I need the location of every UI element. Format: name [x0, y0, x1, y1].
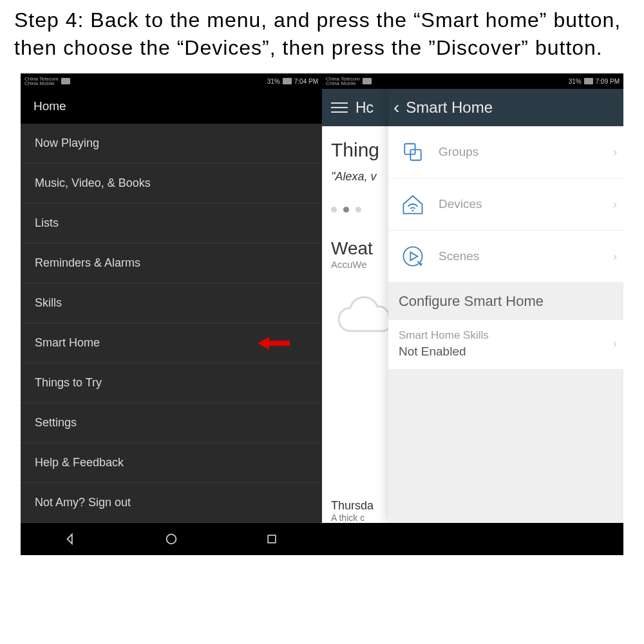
chevron-right-icon: › [613, 250, 617, 263]
status-time: 7:04 PM [294, 78, 318, 85]
menu-item-mvb[interactable]: Music, Video, & Books [21, 164, 322, 204]
menu-header[interactable]: Home [21, 89, 322, 124]
menu-list: Now Playing Music, Video, & Books Lists … [21, 124, 322, 523]
skills-label: Smart Home Skills [399, 329, 613, 342]
row-smart-home-skills[interactable]: Smart Home Skills Not Enabled › [388, 320, 623, 369]
battery-percent: 31% [569, 78, 582, 85]
groups-icon [399, 138, 427, 166]
appbar-title-partial: Hc [355, 99, 374, 117]
phone-right: China Telecom China Mobile 31% 7:09 PM H… [322, 73, 623, 555]
panel-header: ‹ Smart Home [388, 89, 623, 126]
chevron-right-icon: › [613, 198, 617, 211]
back-chevron-icon[interactable]: ‹ [393, 99, 399, 117]
svg-rect-3 [404, 144, 415, 155]
hamburger-icon[interactable] [331, 102, 348, 113]
screenshots-container: China Telecom China Mobile 31% 7:04 PM H… [21, 73, 623, 555]
battery-percent: 31% [267, 78, 280, 85]
menu-item-things-to-try[interactable]: Things to Try [21, 363, 322, 403]
thursday-sub: A thick c [331, 513, 374, 523]
menu-item-skills[interactable]: Skills [21, 283, 322, 323]
menu-item-help[interactable]: Help & Feedback [21, 443, 322, 483]
row-label: Devices [439, 197, 482, 211]
scenes-icon [399, 242, 427, 270]
status-icon [363, 78, 372, 84]
svg-rect-2 [268, 536, 276, 544]
row-devices[interactable]: Devices › [388, 178, 623, 231]
devices-icon [399, 190, 427, 218]
battery-icon [584, 78, 593, 84]
carrier-bot: China Mobile [326, 81, 360, 86]
menu-item-smart-home[interactable]: Smart Home [21, 323, 322, 363]
svg-point-5 [412, 210, 414, 212]
phone-left: China Telecom China Mobile 31% 7:04 PM H… [21, 73, 322, 555]
chevron-right-icon: › [613, 146, 617, 159]
menu-item-lists[interactable]: Lists [21, 204, 322, 243]
menu-item-now-playing[interactable]: Now Playing [21, 124, 322, 164]
red-arrow-icon [258, 336, 290, 351]
instruction-text: Step 4: Back to the menu, and press the … [0, 0, 644, 73]
battery-icon [283, 78, 292, 84]
row-label: Scenes [439, 249, 479, 263]
thursday-label: Thursda [331, 499, 374, 513]
carrier-bot: China Mobile [24, 81, 59, 86]
menu-item-settings[interactable]: Settings [21, 403, 322, 443]
chevron-right-icon: › [613, 337, 617, 350]
right-body: Hc Thing "Alexa, v Weat AccuWe [322, 89, 623, 523]
configure-section-title: Configure Smart Home [388, 283, 623, 320]
status-icon [61, 78, 70, 84]
skills-value: Not Enabled [399, 345, 613, 359]
status-time: 7:09 PM [596, 78, 620, 85]
svg-marker-0 [258, 337, 290, 350]
nav-drawer: Home Now Playing Music, Video, & Books L… [21, 89, 322, 523]
nav-recent-icon[interactable] [264, 531, 279, 547]
nav-back-icon[interactable] [63, 531, 79, 547]
row-groups[interactable]: Groups › [388, 126, 623, 178]
svg-point-1 [167, 535, 176, 544]
menu-item-label: Smart Home [35, 336, 100, 349]
row-label: Groups [439, 145, 478, 159]
status-bar: China Telecom China Mobile 31% 7:09 PM [322, 73, 623, 89]
row-scenes[interactable]: Scenes › [388, 231, 623, 283]
menu-item-reminders[interactable]: Reminders & Alarms [21, 243, 322, 283]
nav-home-icon[interactable] [164, 531, 179, 547]
android-navbar [21, 523, 322, 555]
panel-title: Smart Home [406, 99, 493, 117]
status-bar: China Telecom China Mobile 31% 7:04 PM [21, 73, 322, 89]
menu-item-signout[interactable]: Not Amy? Sign out [21, 483, 322, 523]
smart-home-panel: ‹ Smart Home Groups › [388, 89, 623, 523]
